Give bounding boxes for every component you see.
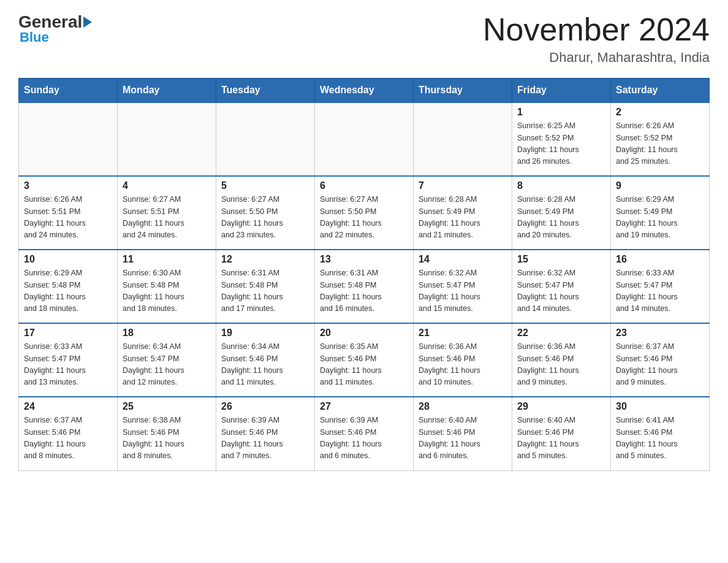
calendar-cell: 24Sunrise: 6:37 AMSunset: 5:46 PMDayligh… (19, 397, 118, 470)
calendar-cell: 22Sunrise: 6:36 AMSunset: 5:46 PMDayligh… (512, 323, 611, 397)
day-info: Sunrise: 6:31 AMSunset: 5:48 PMDaylight:… (320, 267, 408, 315)
calendar-cell: 5Sunrise: 6:27 AMSunset: 5:50 PMDaylight… (216, 176, 315, 250)
page-header: General Blue November 2024 Dharur, Mahar… (18, 12, 710, 66)
calendar-cell: 13Sunrise: 6:31 AMSunset: 5:48 PMDayligh… (315, 250, 414, 323)
day-info: Sunrise: 6:37 AMSunset: 5:46 PMDaylight:… (24, 415, 112, 462)
month-year-title: November 2024 (483, 12, 710, 47)
day-info: Sunrise: 6:32 AMSunset: 5:47 PMDaylight:… (517, 267, 605, 315)
title-block: November 2024 Dharur, Maharashtra, India (483, 12, 710, 66)
day-number: 22 (517, 327, 605, 339)
calendar-cell (118, 102, 216, 176)
calendar-cell (216, 102, 315, 176)
weekday-header-wednesday: Wednesday (315, 79, 414, 103)
day-number: 25 (123, 401, 211, 412)
calendar-cell: 19Sunrise: 6:34 AMSunset: 5:46 PMDayligh… (216, 323, 315, 397)
calendar-cell: 15Sunrise: 6:32 AMSunset: 5:47 PMDayligh… (512, 250, 611, 323)
calendar-cell: 25Sunrise: 6:38 AMSunset: 5:46 PMDayligh… (118, 397, 216, 470)
calendar-cell: 16Sunrise: 6:33 AMSunset: 5:47 PMDayligh… (611, 250, 710, 323)
day-info: Sunrise: 6:36 AMSunset: 5:46 PMDaylight:… (517, 341, 605, 389)
day-info: Sunrise: 6:33 AMSunset: 5:47 PMDaylight:… (616, 267, 704, 315)
day-info: Sunrise: 6:32 AMSunset: 5:47 PMDaylight:… (419, 267, 507, 315)
day-info: Sunrise: 6:27 AMSunset: 5:50 PMDaylight:… (221, 194, 309, 242)
day-number: 19 (221, 327, 309, 339)
calendar-cell: 3Sunrise: 6:26 AMSunset: 5:51 PMDaylight… (19, 176, 118, 250)
weekday-header-thursday: Thursday (414, 79, 512, 103)
calendar-cell: 12Sunrise: 6:31 AMSunset: 5:48 PMDayligh… (216, 250, 315, 323)
day-info: Sunrise: 6:37 AMSunset: 5:46 PMDaylight:… (616, 341, 704, 389)
week-row-5: 24Sunrise: 6:37 AMSunset: 5:46 PMDayligh… (19, 397, 710, 470)
day-number: 2 (616, 107, 704, 118)
day-info: Sunrise: 6:25 AMSunset: 5:52 PMDaylight:… (517, 120, 605, 168)
day-info: Sunrise: 6:29 AMSunset: 5:49 PMDaylight:… (616, 194, 704, 242)
day-number: 11 (123, 254, 211, 265)
calendar-cell: 20Sunrise: 6:35 AMSunset: 5:46 PMDayligh… (315, 323, 414, 397)
day-number: 4 (123, 180, 211, 191)
week-row-3: 10Sunrise: 6:29 AMSunset: 5:48 PMDayligh… (19, 250, 710, 323)
day-number: 12 (221, 254, 309, 265)
day-number: 5 (221, 180, 309, 191)
calendar-cell: 17Sunrise: 6:33 AMSunset: 5:47 PMDayligh… (19, 323, 118, 397)
calendar-cell: 27Sunrise: 6:39 AMSunset: 5:46 PMDayligh… (315, 397, 414, 470)
week-row-4: 17Sunrise: 6:33 AMSunset: 5:47 PMDayligh… (19, 323, 710, 397)
weekday-header-sunday: Sunday (19, 79, 118, 103)
day-info: Sunrise: 6:30 AMSunset: 5:48 PMDaylight:… (123, 267, 211, 315)
calendar-cell: 23Sunrise: 6:37 AMSunset: 5:46 PMDayligh… (611, 323, 710, 397)
weekday-header-saturday: Saturday (611, 79, 710, 103)
calendar-cell (19, 102, 118, 176)
calendar-table: SundayMondayTuesdayWednesdayThursdayFrid… (18, 78, 710, 471)
calendar-cell: 8Sunrise: 6:28 AMSunset: 5:49 PMDaylight… (512, 176, 611, 250)
calendar-cell: 9Sunrise: 6:29 AMSunset: 5:49 PMDaylight… (611, 176, 710, 250)
day-number: 1 (517, 107, 605, 118)
calendar-cell (414, 102, 512, 176)
day-info: Sunrise: 6:29 AMSunset: 5:48 PMDaylight:… (24, 267, 112, 315)
calendar-cell: 29Sunrise: 6:40 AMSunset: 5:46 PMDayligh… (512, 397, 611, 470)
calendar-cell: 14Sunrise: 6:32 AMSunset: 5:47 PMDayligh… (414, 250, 512, 323)
day-info: Sunrise: 6:28 AMSunset: 5:49 PMDaylight:… (517, 194, 605, 242)
day-number: 20 (320, 327, 408, 339)
day-number: 6 (320, 180, 408, 191)
day-info: Sunrise: 6:40 AMSunset: 5:46 PMDaylight:… (419, 415, 507, 462)
logo: General Blue (18, 12, 93, 45)
day-info: Sunrise: 6:39 AMSunset: 5:46 PMDaylight:… (221, 415, 309, 462)
weekday-header-tuesday: Tuesday (216, 79, 315, 103)
day-number: 10 (24, 254, 112, 265)
day-info: Sunrise: 6:36 AMSunset: 5:46 PMDaylight:… (419, 341, 507, 389)
weekday-header-monday: Monday (118, 79, 216, 103)
day-number: 18 (123, 327, 211, 339)
day-number: 13 (320, 254, 408, 265)
day-info: Sunrise: 6:26 AMSunset: 5:52 PMDaylight:… (616, 120, 704, 168)
day-info: Sunrise: 6:27 AMSunset: 5:51 PMDaylight:… (123, 194, 211, 242)
calendar-cell: 26Sunrise: 6:39 AMSunset: 5:46 PMDayligh… (216, 397, 315, 470)
calendar-cell: 21Sunrise: 6:36 AMSunset: 5:46 PMDayligh… (414, 323, 512, 397)
week-row-1: 1Sunrise: 6:25 AMSunset: 5:52 PMDaylight… (19, 102, 710, 176)
day-number: 3 (24, 180, 112, 191)
location-subtitle: Dharur, Maharashtra, India (483, 50, 710, 66)
calendar-cell: 2Sunrise: 6:26 AMSunset: 5:52 PMDaylight… (611, 102, 710, 176)
logo-blue-text: Blue (18, 29, 49, 45)
day-info: Sunrise: 6:31 AMSunset: 5:48 PMDaylight:… (221, 267, 309, 315)
day-info: Sunrise: 6:34 AMSunset: 5:46 PMDaylight:… (221, 341, 309, 389)
week-row-2: 3Sunrise: 6:26 AMSunset: 5:51 PMDaylight… (19, 176, 710, 250)
day-info: Sunrise: 6:34 AMSunset: 5:47 PMDaylight:… (123, 341, 211, 389)
day-info: Sunrise: 6:27 AMSunset: 5:50 PMDaylight:… (320, 194, 408, 242)
day-info: Sunrise: 6:28 AMSunset: 5:49 PMDaylight:… (419, 194, 507, 242)
day-number: 27 (320, 401, 408, 412)
calendar-cell: 1Sunrise: 6:25 AMSunset: 5:52 PMDaylight… (512, 102, 611, 176)
day-number: 29 (517, 401, 605, 412)
calendar-cell: 7Sunrise: 6:28 AMSunset: 5:49 PMDaylight… (414, 176, 512, 250)
day-info: Sunrise: 6:38 AMSunset: 5:46 PMDaylight:… (123, 415, 211, 462)
day-info: Sunrise: 6:41 AMSunset: 5:46 PMDaylight:… (616, 415, 704, 462)
day-number: 15 (517, 254, 605, 265)
day-number: 28 (419, 401, 507, 412)
calendar-cell: 28Sunrise: 6:40 AMSunset: 5:46 PMDayligh… (414, 397, 512, 470)
day-number: 21 (419, 327, 507, 339)
day-info: Sunrise: 6:33 AMSunset: 5:47 PMDaylight:… (24, 341, 112, 389)
calendar-cell: 30Sunrise: 6:41 AMSunset: 5:46 PMDayligh… (611, 397, 710, 470)
day-number: 24 (24, 401, 112, 412)
day-number: 14 (419, 254, 507, 265)
day-number: 23 (616, 327, 704, 339)
day-info: Sunrise: 6:40 AMSunset: 5:46 PMDaylight:… (517, 415, 605, 462)
calendar-cell: 4Sunrise: 6:27 AMSunset: 5:51 PMDaylight… (118, 176, 216, 250)
day-number: 9 (616, 180, 704, 191)
day-number: 26 (221, 401, 309, 412)
